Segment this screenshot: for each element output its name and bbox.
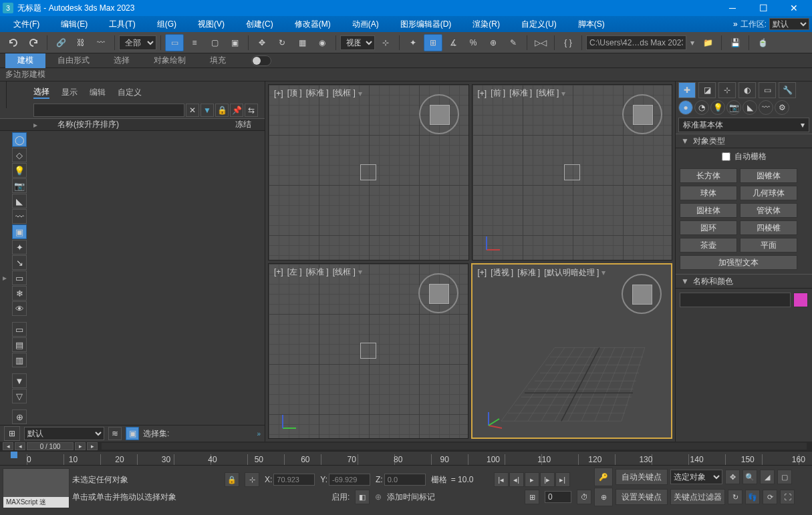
rotate-button[interactable]: ↻ bbox=[273, 34, 291, 51]
goto-end-icon[interactable]: ▸| bbox=[555, 472, 570, 487]
layers-icon[interactable]: ≋ bbox=[108, 427, 122, 440]
category-dropdown[interactable]: 标准基本体▾ bbox=[678, 118, 809, 132]
spacewarps-icon[interactable]: 〰 bbox=[759, 100, 773, 115]
object-color-swatch[interactable] bbox=[793, 293, 808, 307]
window-crossing-button[interactable]: ▣ bbox=[225, 34, 244, 51]
maxscript-panel[interactable]: MAXScript 迷 bbox=[3, 468, 70, 508]
filter-spacewarp-icon[interactable]: 〰 bbox=[12, 209, 27, 224]
setkey-icon[interactable]: ⊕ bbox=[594, 488, 613, 506]
tl-prev2[interactable]: ◂ bbox=[15, 442, 25, 450]
spinner-snap[interactable]: ⊕ bbox=[484, 34, 503, 51]
minimize-button[interactable]: ─ bbox=[717, 0, 748, 16]
menu-tools[interactable]: 工具(T) bbox=[98, 16, 146, 32]
menu-view[interactable]: 视图(V) bbox=[187, 16, 235, 32]
ribbon-toggle[interactable] bbox=[251, 55, 271, 66]
scene-tab-edit[interactable]: 编辑 bbox=[90, 87, 106, 98]
scene-list[interactable] bbox=[29, 131, 265, 425]
prim-box[interactable]: 长方体 bbox=[680, 168, 737, 183]
tl-prev[interactable]: ◂ bbox=[3, 442, 13, 450]
next-frame-icon[interactable]: |▸ bbox=[540, 472, 555, 487]
snap-toggle[interactable]: ⊞ bbox=[424, 34, 442, 51]
viewcube-icon[interactable] bbox=[418, 273, 458, 313]
nav-roll-icon[interactable]: ⟳ bbox=[763, 490, 777, 504]
filter-xref-icon[interactable]: ✦ bbox=[12, 240, 27, 254]
bind-button[interactable]: 〰 bbox=[92, 34, 110, 51]
object-name-input[interactable] bbox=[680, 293, 791, 307]
rect-region-button[interactable]: ▢ bbox=[205, 34, 224, 51]
lock-selection-icon[interactable]: 🔒 bbox=[225, 472, 239, 487]
lock-icon[interactable]: 🔒 bbox=[215, 104, 229, 117]
keyfilter-sel1[interactable]: 选定对象 bbox=[670, 470, 722, 484]
abs-rel-icon[interactable]: ⊹ bbox=[245, 472, 259, 487]
prev-frame-icon[interactable]: ◂| bbox=[509, 472, 524, 487]
rtab-populate[interactable]: 填充 bbox=[198, 53, 238, 68]
refcoord-select[interactable]: 视图 bbox=[340, 35, 375, 50]
motion-tab[interactable]: ◐ bbox=[738, 82, 756, 98]
enable-toggle[interactable]: ◧ bbox=[355, 490, 370, 504]
scale-button[interactable]: ▦ bbox=[293, 34, 311, 51]
prim-cone[interactable]: 圆锥体 bbox=[740, 168, 797, 183]
prim-tube[interactable]: 管状体 bbox=[740, 203, 797, 218]
prim-textplus[interactable]: 加强型文本 bbox=[680, 255, 797, 270]
move-button[interactable]: ✥ bbox=[253, 34, 271, 51]
geometry-icon[interactable]: ● bbox=[678, 100, 693, 115]
nav-zoom-icon[interactable]: 🔍 bbox=[742, 470, 757, 484]
rtab-paint[interactable]: 对象绘制 bbox=[142, 53, 198, 68]
project-path[interactable] bbox=[586, 35, 686, 50]
scene-tab-select[interactable]: 选择 bbox=[33, 86, 49, 99]
autogrid-check[interactable] bbox=[722, 152, 730, 161]
filter-icon[interactable]: ▼ bbox=[200, 104, 214, 117]
selection-filter[interactable]: 全部 bbox=[119, 35, 156, 50]
menu-customize[interactable]: 自定义(U) bbox=[511, 16, 567, 32]
undo-button[interactable] bbox=[4, 34, 23, 51]
filter-light-icon[interactable]: 💡 bbox=[12, 163, 27, 178]
nav-zoomext-icon[interactable]: ▢ bbox=[777, 470, 792, 484]
prim-geosphere[interactable]: 几何球体 bbox=[740, 186, 797, 200]
align-button[interactable]: { } bbox=[559, 34, 577, 51]
menu-edit[interactable]: 编辑(E) bbox=[50, 16, 98, 32]
viewcube-icon[interactable] bbox=[622, 94, 662, 134]
rollout-namecolor[interactable]: ▼名称和颜色 bbox=[676, 274, 812, 289]
percent-snap[interactable]: % bbox=[464, 34, 483, 51]
rtab-modeling[interactable]: 建模 bbox=[5, 53, 45, 68]
add-icon[interactable]: ⊕ bbox=[12, 409, 27, 424]
placement-button[interactable]: ◉ bbox=[313, 34, 331, 51]
cameras-icon[interactable]: 📷 bbox=[726, 100, 741, 115]
systems-icon[interactable]: ⚙ bbox=[775, 100, 789, 115]
helpers-icon[interactable]: ◣ bbox=[742, 100, 757, 115]
current-frame[interactable] bbox=[545, 491, 571, 503]
display-all-icon[interactable]: ▤ bbox=[12, 337, 27, 352]
filter-shape-icon[interactable]: ◇ bbox=[12, 148, 27, 162]
menu-file[interactable]: 文件(F) bbox=[3, 16, 50, 32]
expand-icon[interactable]: ▽ bbox=[12, 389, 27, 403]
folder-button[interactable]: 📁 bbox=[698, 34, 717, 51]
menu-modifiers[interactable]: 修改器(M) bbox=[284, 16, 342, 32]
collapse-icon[interactable]: ▼ bbox=[12, 373, 27, 388]
maximize-button[interactable]: ☐ bbox=[748, 0, 779, 16]
layout-icon[interactable]: ⊞ bbox=[4, 426, 20, 441]
pivot-button[interactable]: ⊹ bbox=[376, 34, 395, 51]
col-frozen[interactable]: 冻结 bbox=[235, 119, 251, 130]
goto-start-icon[interactable]: |◂ bbox=[494, 472, 509, 487]
menu-graph[interactable]: 图形编辑器(D) bbox=[390, 16, 462, 32]
filter-helper-icon[interactable]: ◣ bbox=[12, 194, 27, 208]
viewport-perspective[interactable]: [+][透视 ][标准 ][默认明暗处理 ]▾ bbox=[471, 263, 673, 440]
create-tab[interactable]: ✚ bbox=[678, 82, 696, 98]
display-tab[interactable]: ▭ bbox=[759, 82, 776, 98]
autokey-button[interactable]: 自动关键点 bbox=[616, 469, 668, 485]
viewcube-icon[interactable] bbox=[419, 94, 459, 134]
prim-teapot[interactable]: 茶壶 bbox=[680, 238, 737, 252]
filter-frozen-icon[interactable]: ❄ bbox=[12, 286, 27, 301]
menu-create[interactable]: 创建(C) bbox=[235, 16, 284, 32]
prim-pyramid[interactable]: 四棱锥 bbox=[740, 220, 797, 235]
viewport-left[interactable]: [+][左 ][标准 ][线框 ]▾ bbox=[268, 263, 468, 440]
nav-maximize-icon[interactable]: ⛶ bbox=[780, 490, 795, 504]
hierarchy-tab[interactable]: ⊹ bbox=[718, 82, 736, 98]
layerset-select[interactable]: 默认 bbox=[24, 427, 104, 440]
add-time-tag[interactable]: 添加时间标记 bbox=[387, 492, 435, 503]
redo-button[interactable] bbox=[24, 34, 43, 51]
unlink-button[interactable]: ⛓ bbox=[72, 34, 90, 51]
angle-snap[interactable]: ∡ bbox=[444, 34, 462, 51]
prim-sphere[interactable]: 球体 bbox=[680, 186, 737, 200]
render-button[interactable]: 🍵 bbox=[753, 34, 772, 51]
